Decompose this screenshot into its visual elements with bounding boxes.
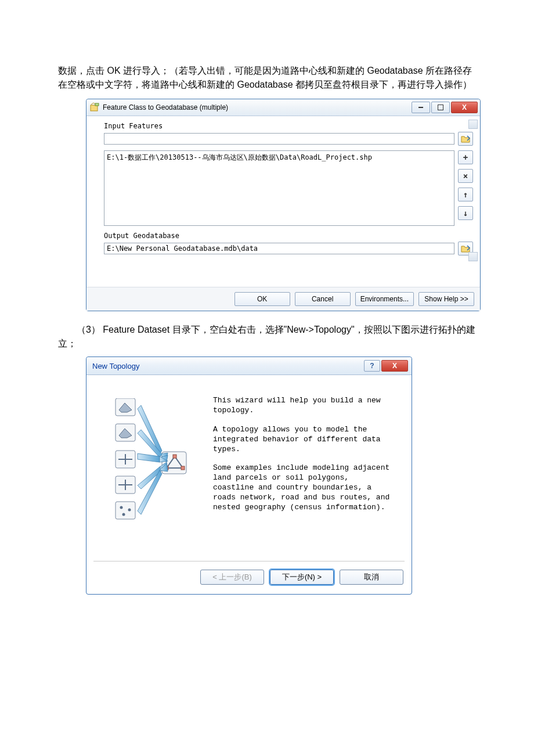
svg-point-13 (120, 506, 123, 509)
window-title: New Topology (92, 362, 364, 370)
output-geodatabase-field[interactable] (104, 243, 454, 254)
minimize-button[interactable] (412, 102, 430, 113)
svg-point-14 (128, 509, 131, 512)
cancel-button[interactable]: 取消 (340, 570, 403, 585)
maximize-button[interactable] (431, 102, 450, 113)
close-button[interactable]: X (451, 102, 478, 113)
svg-point-15 (122, 513, 125, 516)
wizard-para-3: Some examples include modeling adjacent … (213, 463, 394, 512)
show-help-button[interactable]: Show Help >> (418, 292, 474, 306)
input-features-field[interactable] (104, 133, 454, 145)
move-down-button[interactable]: ↓ (458, 206, 473, 220)
input-features-label: Input Features (104, 122, 473, 130)
feature-class-to-gdb-window: Feature Class to Geodatabase (multiple) … (86, 99, 481, 311)
environments-button[interactable]: Environments... (355, 292, 414, 306)
remove-button[interactable]: × (458, 169, 473, 183)
close-button[interactable]: X (381, 360, 408, 372)
body-paragraph-1: 数据，点击 OK 进行导入；（若导入出错，可能是因为道路中心线和新建的 Geod… (58, 64, 476, 92)
scroll-down-icon[interactable] (468, 252, 478, 261)
back-button: < 上一步(B) (200, 570, 264, 585)
svg-rect-19 (173, 455, 176, 458)
ok-button[interactable]: OK (234, 292, 290, 306)
body-paragraph-2: （3） Feature Dataset 目录下，空白处右击，选择"New->To… (58, 323, 476, 351)
dialog-button-bar: OK Cancel Environments... Show Help >> (86, 287, 480, 311)
input-features-list[interactable]: E:\1-数据工作\20130513--乌海市乌达区\原始数据\Data\Roa… (104, 150, 454, 226)
help-button[interactable]: ? (364, 360, 380, 372)
add-button[interactable]: + (458, 150, 473, 164)
cancel-button[interactable]: Cancel (295, 292, 351, 306)
window-titlebar: Feature Class to Geodatabase (multiple) … (86, 99, 480, 116)
svg-rect-1 (95, 103, 99, 106)
move-up-button[interactable]: ↑ (458, 188, 473, 201)
wizard-para-1: This wizard will help you build a new to… (213, 396, 394, 416)
window-titlebar: New Topology ? X (86, 357, 412, 375)
window-title: Feature Class to Geodatabase (multiple) (103, 103, 412, 111)
output-geodatabase-label: Output Geodatabase (104, 232, 473, 240)
wizard-graphic (86, 375, 208, 561)
scroll-up-icon[interactable] (468, 120, 478, 129)
svg-marker-25 (138, 453, 160, 462)
svg-rect-12 (116, 502, 135, 519)
browse-input-button[interactable] (458, 132, 473, 146)
wizard-button-bar: < 上一步(B) 下一步(N) > 取消 (86, 561, 412, 594)
svg-rect-20 (181, 466, 185, 470)
new-topology-window: New Topology ? X (86, 357, 412, 595)
list-item[interactable]: E:\1-数据工作\20130513--乌海市乌达区\原始数据\Data\Roa… (106, 152, 453, 163)
wizard-description: This wizard will help you build a new to… (208, 375, 412, 561)
next-button[interactable]: 下一步(N) > (270, 570, 334, 585)
wizard-para-2: A topology allows you to model the integ… (213, 425, 394, 455)
app-icon (90, 103, 99, 112)
